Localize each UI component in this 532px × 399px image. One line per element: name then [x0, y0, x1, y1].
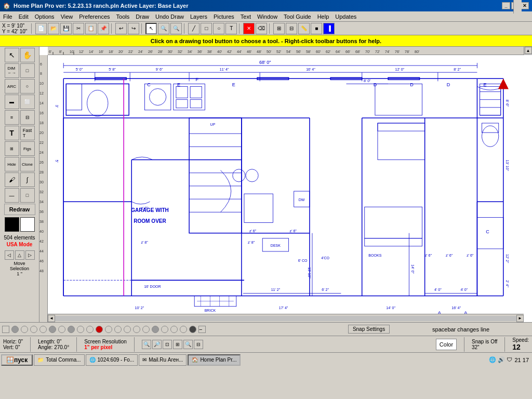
tb-line[interactable]: ╱ — [188, 23, 200, 34]
lt-door[interactable]: ⬜ — [20, 95, 35, 109]
tb-copy[interactable]: 📋 — [85, 23, 97, 34]
lt-pan[interactable]: ✋ — [20, 48, 35, 62]
tb-open[interactable]: 📂 — [48, 23, 59, 34]
tb-color[interactable]: ▐ — [323, 23, 335, 34]
canvas[interactable]: .fp { stroke: #0000cc; stroke-width: 1.5… — [48, 55, 532, 322]
menu-updates[interactable]: Updates — [332, 12, 360, 21]
zoom-out-btn[interactable]: 🔎 — [152, 340, 162, 349]
snap-btn-minus[interactable]: − — [198, 326, 206, 333]
snap-btn-3[interactable] — [21, 326, 28, 333]
snap-btn-dark[interactable] — [189, 326, 196, 333]
menu-undo-draw[interactable]: Undo Draw — [152, 12, 187, 21]
color-display[interactable]: Color — [436, 339, 457, 350]
tb-text-tool[interactable]: T — [225, 23, 237, 34]
snap-btn-10[interactable] — [86, 326, 94, 333]
tb-measure[interactable]: 📏 — [298, 23, 310, 34]
menu-view[interactable]: View — [58, 12, 76, 21]
lt-hide[interactable]: Hide — [5, 157, 19, 171]
menu-pictures[interactable]: Pictures — [210, 12, 237, 21]
drawing-area[interactable]: 6' 8' 10' 12' 14' 16' 18' 20' 22' 24' 26… — [39, 47, 532, 322]
tb-paste[interactable]: 📌 — [98, 23, 109, 34]
tb-zoom-in[interactable]: 🔍 — [158, 23, 169, 34]
lt-curve[interactable]: ∫ — [20, 172, 35, 187]
snap-btn-15[interactable] — [142, 326, 150, 333]
zoom-fit-btn[interactable]: ⊡ — [163, 340, 172, 349]
menu-edit[interactable]: Edit — [16, 12, 32, 21]
tb-zoom-out[interactable]: 🔍 — [170, 23, 182, 34]
menu-preferences[interactable]: Preferences — [76, 12, 113, 21]
snap-btn-19[interactable] — [180, 326, 187, 333]
menu-window[interactable]: Window — [254, 12, 281, 21]
tb-delete[interactable]: ✕ — [243, 23, 255, 34]
snap-btn-11[interactable] — [105, 326, 112, 333]
lt-paint[interactable]: 🖌 — [5, 172, 19, 187]
snap-btn-5[interactable] — [39, 326, 47, 333]
lt-wall[interactable]: ▬ — [5, 95, 19, 109]
tb-snap[interactable]: ⊞ — [273, 23, 285, 34]
taskbar-item-0[interactable]: 📁 Total Comma... — [34, 354, 84, 366]
lt-rect-tool[interactable]: □ — [20, 63, 35, 78]
minimize-btn[interactable]: _ — [502, 2, 510, 9]
tb-save[interactable]: 💾 — [60, 23, 72, 34]
snap-btn-12[interactable] — [114, 326, 122, 333]
snap-btn-9[interactable] — [77, 326, 84, 333]
snap-btn-6[interactable] — [49, 326, 56, 333]
zoom-in-btn[interactable]: 🔍 — [142, 340, 151, 349]
snap-btn-1[interactable] — [2, 326, 9, 333]
lt-figs[interactable]: ⊞ — [5, 141, 19, 156]
tb-pointer[interactable]: ↖ — [145, 23, 157, 34]
lt-dim[interactable]: DIM←→ — [5, 63, 19, 78]
tb-rect[interactable]: □ — [201, 23, 212, 34]
lt-clone[interactable]: Clone — [20, 157, 35, 171]
lt-window[interactable]: ⊟ — [20, 110, 35, 125]
snap-btn-13[interactable] — [124, 326, 131, 333]
zoom-page-btn[interactable]: ⊞ — [173, 340, 182, 349]
snap-settings-btn[interactable]: Snap Settings — [348, 325, 390, 334]
snap-btn-14[interactable] — [133, 326, 140, 333]
menu-file[interactable]: File — [0, 12, 16, 21]
snap-btn-8[interactable] — [68, 326, 75, 333]
snap-btn-red[interactable] — [96, 326, 103, 333]
tb-redo[interactable]: ↪ — [128, 23, 139, 34]
taskbar-item-1[interactable]: 🌐 1024:609 - Fo... — [86, 354, 138, 366]
scroll-up-btn[interactable]: ▲ — [525, 47, 532, 54]
zoom-custom-btn[interactable]: ⊟ — [194, 340, 203, 349]
menu-layers[interactable]: Layers — [187, 12, 210, 21]
zoom-half-btn[interactable]: 🔍 — [183, 340, 193, 349]
lt-select-arrow[interactable]: ↖ — [5, 48, 19, 62]
snap-btn-17[interactable] — [161, 326, 168, 333]
lt-move-left[interactable]: ◁ — [5, 250, 14, 260]
taskbar-item-3[interactable]: 🏠 Home Plan Pr... — [188, 354, 241, 366]
redraw-btn[interactable]: Redraw — [4, 204, 35, 215]
tb-circle[interactable]: ○ — [213, 23, 224, 34]
lt-text-big[interactable]: T — [5, 126, 19, 140]
tb-undo[interactable]: ↩ — [115, 23, 127, 34]
hscroll-bar[interactable]: ◄ ► — [48, 314, 524, 322]
tb-new[interactable]: 📄 — [35, 23, 47, 34]
lt-arc[interactable]: ARC — [5, 79, 19, 94]
swatch-black[interactable] — [5, 217, 19, 232]
swatch-white[interactable] — [20, 217, 35, 232]
menu-help[interactable]: Help — [314, 12, 332, 21]
snap-btn-16[interactable] — [152, 326, 159, 333]
close-btn[interactable]: ✕ — [521, 2, 529, 9]
menu-draw[interactable]: Draw — [132, 12, 152, 21]
tb-cut[interactable]: ✂ — [73, 23, 84, 34]
scroll-right-btn[interactable]: ► — [516, 315, 524, 322]
lt-text-small[interactable]: FastT — [20, 126, 35, 140]
lt-circle[interactable]: ○ — [20, 79, 35, 94]
menu-text[interactable]: Text — [237, 12, 254, 21]
lt-move-up[interactable]: △ — [15, 250, 24, 260]
start-button[interactable]: 🪟 пуск — [1, 354, 33, 366]
snap-btn-7[interactable] — [58, 326, 65, 333]
snap-btn-4[interactable] — [30, 326, 37, 333]
tb-fill[interactable]: ■ — [311, 23, 322, 34]
snap-btn-2[interactable] — [11, 326, 19, 333]
tb-erase[interactable]: ⌫ — [256, 23, 267, 34]
menu-tool-guide[interactable]: Tool Guide — [281, 12, 314, 21]
snap-btn-18[interactable] — [170, 326, 178, 333]
lt-figs2[interactable]: Figs — [20, 141, 35, 156]
tb-grid[interactable]: ⊟ — [286, 23, 297, 34]
lt-hline[interactable]: — — [5, 188, 19, 203]
menu-options[interactable]: Options — [32, 12, 58, 21]
